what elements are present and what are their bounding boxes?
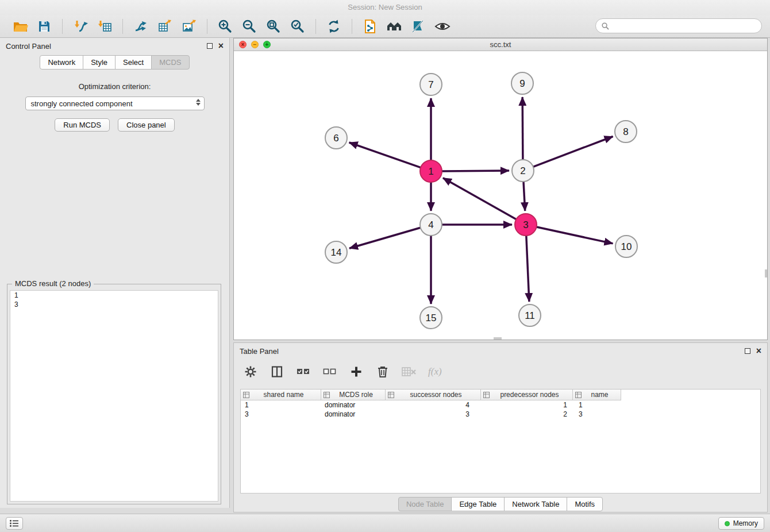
window-title: Session: New Session <box>348 3 422 11</box>
graph-edge-3-1[interactable] <box>443 178 517 219</box>
fx-icon: f(x) <box>428 366 442 377</box>
tab-node-table[interactable]: Node Table <box>398 497 452 511</box>
run-mcds-button[interactable]: Run MCDS <box>55 118 110 132</box>
network-arrows-icon[interactable] <box>132 18 149 34</box>
table-cell[interactable]: 1 <box>241 400 321 410</box>
delete-column-trash-icon[interactable] <box>375 364 390 379</box>
graph-edge-3-10[interactable] <box>537 227 613 244</box>
tab-network[interactable]: Network <box>40 55 83 70</box>
column-header-name[interactable]: name <box>573 390 621 400</box>
style-badge-glyph <box>411 19 426 34</box>
search-icon <box>602 22 609 30</box>
add-column-icon[interactable] <box>349 364 364 379</box>
network-canvas[interactable]: 7968124314101511 <box>234 51 767 340</box>
graph-node-label: 9 <box>519 78 525 89</box>
float-panel-icon[interactable] <box>745 348 750 354</box>
table-row[interactable]: 1dominator411 <box>241 400 760 410</box>
graph-edge-1-6[interactable] <box>349 142 421 168</box>
table-cell[interactable]: dominator <box>321 410 386 419</box>
export-image-icon[interactable] <box>180 18 198 34</box>
document-share-icon[interactable] <box>361 18 379 34</box>
zoom-selected-icon[interactable] <box>289 18 306 34</box>
table-cell[interactable]: 3 <box>241 410 321 419</box>
graph-edge-2-3[interactable] <box>523 182 525 211</box>
open-folder-glyph <box>13 20 28 33</box>
import-table-icon[interactable] <box>96 18 113 34</box>
search-input[interactable] <box>613 22 756 30</box>
graph-node-label: 10 <box>621 241 632 252</box>
zoom-in-glyph <box>218 19 233 34</box>
tab-edge-table[interactable]: Edge Table <box>451 497 505 511</box>
table-cell[interactable]: dominator <box>321 400 386 410</box>
horizontal-scroll-grip[interactable] <box>494 337 502 340</box>
zoom-fit-icon[interactable] <box>265 18 282 34</box>
graph-edge-1-2[interactable] <box>442 171 509 171</box>
tab-mcds[interactable]: MCDS <box>151 55 189 70</box>
select-all-icon[interactable] <box>296 364 311 379</box>
window-titlebar[interactable]: Session: New Session <box>0 0 770 15</box>
graph-node-label: 14 <box>331 247 342 258</box>
select-all-glyph <box>297 367 310 377</box>
column-header-predecessor-nodes[interactable]: predecessor nodes <box>481 390 573 400</box>
import-network-icon[interactable] <box>72 18 89 34</box>
table-cell[interactable]: 1 <box>481 400 573 410</box>
column-attribute-icon <box>243 392 249 398</box>
table-panel-tabs: Node Table Edge Table Network Table Moti… <box>234 497 767 511</box>
deselect-all-icon[interactable] <box>322 364 337 379</box>
graph-edge-2-9[interactable] <box>522 97 523 160</box>
eye-icon[interactable] <box>434 18 451 34</box>
toolbar-separator <box>352 19 352 34</box>
graph-node-label: 7 <box>428 79 433 90</box>
search-field[interactable] <box>595 18 762 33</box>
close-panel-icon[interactable]: × <box>756 347 761 355</box>
mcds-result-list[interactable]: 1 3 <box>10 290 218 502</box>
vertical-scroll-grip[interactable] <box>765 269 767 277</box>
tab-style[interactable]: Style <box>83 55 116 70</box>
zoom-out-icon[interactable] <box>241 18 258 34</box>
float-panel-icon[interactable] <box>207 43 213 49</box>
zoom-selected-glyph <box>290 19 305 34</box>
show-columns-icon[interactable] <box>270 364 284 379</box>
column-header-shared-name[interactable]: shared name <box>241 390 321 400</box>
criterion-dropdown[interactable]: strongly connected component <box>25 97 205 110</box>
table-cell[interactable]: 4 <box>386 400 481 410</box>
column-header-MCDS-role[interactable]: MCDS role <box>321 390 386 400</box>
refresh-glyph <box>326 19 341 34</box>
table-row[interactable]: 3dominator323 <box>241 410 760 419</box>
table-cell[interactable]: 1 <box>573 400 621 410</box>
plus-glyph <box>350 365 363 378</box>
node-table: shared nameMCDS rolesuccessor nodesprede… <box>240 389 761 494</box>
close-panel-button[interactable]: Close panel <box>118 118 175 132</box>
table-panel: Table Panel × <box>233 342 768 512</box>
refresh-icon[interactable] <box>325 18 342 34</box>
tab-motifs[interactable]: Motifs <box>567 497 603 511</box>
graph-edge-4-14[interactable] <box>349 228 421 248</box>
criterion-dropdown-value: strongly connected component <box>31 99 133 108</box>
style-badge-icon[interactable] <box>410 18 427 34</box>
delete-table-glyph <box>402 366 417 377</box>
nested-networks-icon[interactable] <box>386 18 403 34</box>
open-folder-icon[interactable] <box>11 18 29 34</box>
nested-networks-glyph <box>386 19 402 34</box>
table-settings-gear-icon[interactable] <box>243 364 258 379</box>
close-panel-icon[interactable]: × <box>218 42 224 50</box>
zoom-in-icon[interactable] <box>217 18 234 34</box>
tab-network-table[interactable]: Network Table <box>504 497 567 511</box>
network-window-titlebar[interactable]: × − + scc.txt <box>234 38 767 51</box>
table-cell[interactable]: 3 <box>573 410 621 419</box>
save-session-icon[interactable] <box>36 18 53 34</box>
show-panel-list-button[interactable] <box>6 517 23 530</box>
delete-table-icon-disabled <box>402 364 417 379</box>
table-cell[interactable]: 2 <box>481 410 573 419</box>
eye-glyph <box>434 19 451 34</box>
table-cell[interactable]: 3 <box>386 410 481 419</box>
column-header-successor-nodes[interactable]: successor nodes <box>386 390 481 400</box>
graph-edge-3-11[interactable] <box>526 236 529 302</box>
tab-select[interactable]: Select <box>115 55 152 70</box>
export-table-glyph <box>157 19 172 34</box>
network-graph[interactable]: 7968124314101511 <box>234 51 767 340</box>
memory-button[interactable]: Memory <box>718 517 764 530</box>
graph-edge-2-8[interactable] <box>533 137 613 167</box>
graph-node-label: 8 <box>623 126 628 137</box>
export-table-icon[interactable] <box>156 18 174 34</box>
